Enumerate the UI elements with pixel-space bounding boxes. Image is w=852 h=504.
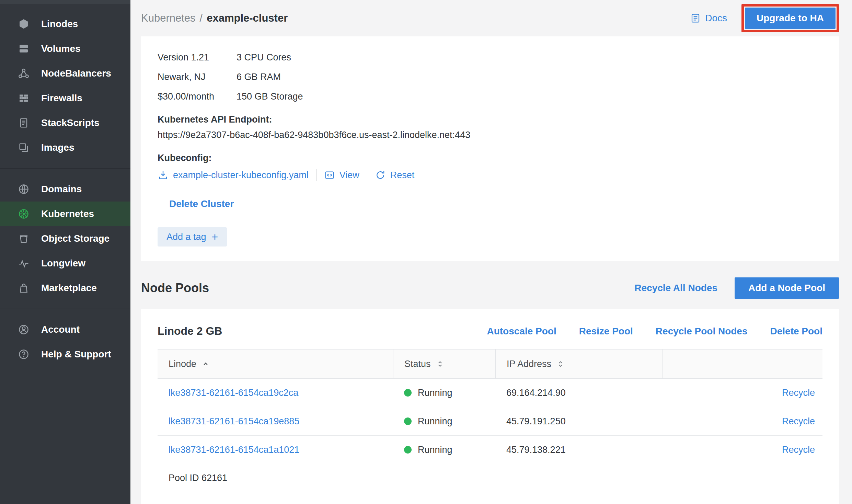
recycle-node-link[interactable]: Recycle <box>662 416 822 427</box>
kubeconfig-filename: example-cluster-kubeconfig.yaml <box>173 170 309 181</box>
upgrade-to-ha-button[interactable]: Upgrade to HA <box>745 8 836 29</box>
docs-link[interactable]: Docs <box>690 13 727 24</box>
cube-icon <box>17 18 30 30</box>
nodes-table: Linode Status IP Address <box>158 349 822 492</box>
sidebar-item-label: Help & Support <box>41 349 111 360</box>
sidebar-item-firewalls[interactable]: Firewalls <box>0 86 130 111</box>
sidebar-item-label: Longview <box>41 258 85 269</box>
resize-pool-link[interactable]: Resize Pool <box>579 326 633 337</box>
sidebar-item-label: Account <box>41 324 80 335</box>
recycle-node-link[interactable]: Recycle <box>662 445 822 455</box>
kubeconfig-view-button[interactable]: View <box>324 170 359 181</box>
kubeconfig-download-link[interactable]: example-cluster-kubeconfig.yaml <box>158 170 309 181</box>
pool-id-footer: Pool ID 62161 <box>158 464 822 492</box>
status-label: Running <box>418 388 452 398</box>
column-label: Linode <box>169 359 196 369</box>
sidebar-item-label: Volumes <box>41 43 81 54</box>
node-link[interactable]: lke38731-62161-6154ca19e885 <box>158 416 393 427</box>
api-endpoint-block: Kubernetes API Endpoint: https://9e2a730… <box>158 114 822 140</box>
sidebar-divider <box>0 309 130 309</box>
add-tag-label: Add a tag <box>166 232 206 242</box>
table-row: lke38731-62161-6154ca1a1021 Running 45.7… <box>158 436 822 464</box>
node-link[interactable]: lke38731-62161-6154ca1a1021 <box>158 445 393 455</box>
cluster-ram: 6 GB RAM <box>237 72 303 82</box>
stackscript-icon <box>17 117 30 129</box>
add-node-pool-button[interactable]: Add a Node Pool <box>735 277 839 299</box>
column-label: Status <box>404 359 431 369</box>
sidebar-nav: Linodes Volumes NodeBalancers Firewalls <box>0 12 130 367</box>
sidebar-item-help-support[interactable]: Help & Support <box>0 342 130 367</box>
node-status-cell: Running <box>393 445 495 455</box>
sidebar-item-kubernetes[interactable]: Kubernetes <box>0 202 130 226</box>
sidebar-item-label: NodeBalancers <box>41 68 111 79</box>
sidebar: Linodes Volumes NodeBalancers Firewalls <box>0 0 130 504</box>
view-label: View <box>339 170 359 181</box>
kubernetes-wheel-icon <box>17 208 30 220</box>
autoscale-pool-link[interactable]: Autoscale Pool <box>487 326 556 337</box>
sidebar-item-object-storage[interactable]: Object Storage <box>0 226 130 251</box>
sidebar-item-label: Linodes <box>41 19 78 30</box>
add-tag-button[interactable]: Add a tag + <box>158 227 227 247</box>
delete-cluster-button[interactable]: Delete Cluster <box>169 198 234 209</box>
sidebar-item-linodes[interactable]: Linodes <box>0 12 130 36</box>
nodes-table-header: Linode Status IP Address <box>158 349 822 379</box>
bucket-icon <box>17 232 30 245</box>
sidebar-item-label: Kubernetes <box>41 208 94 219</box>
firewall-icon <box>17 92 30 104</box>
docs-icon <box>690 13 701 24</box>
column-header-status[interactable]: Status <box>393 350 495 378</box>
sidebar-item-nodebalancers[interactable]: NodeBalancers <box>0 61 130 86</box>
pool-action-links: Autoscale Pool Resize Pool Recycle Pool … <box>487 326 822 337</box>
recycle-pool-nodes-link[interactable]: Recycle Pool Nodes <box>656 326 748 337</box>
sidebar-item-domains[interactable]: Domains <box>0 177 130 202</box>
recycle-node-link[interactable]: Recycle <box>662 388 822 398</box>
status-label: Running <box>418 416 452 427</box>
sidebar-item-label: Marketplace <box>41 283 97 294</box>
api-endpoint-value: https://9e2a7307-b6ac-408f-ba62-9483b0b3… <box>158 130 822 140</box>
sort-both-icon <box>436 359 445 368</box>
node-ip: 69.164.214.90 <box>495 388 662 398</box>
column-header-ip[interactable]: IP Address <box>495 350 662 378</box>
column-header-linode[interactable]: Linode <box>158 350 393 378</box>
node-ip: 45.79.191.250 <box>495 416 662 427</box>
sidebar-item-label: Object Storage <box>41 233 110 244</box>
status-label: Running <box>418 445 452 455</box>
sidebar-item-images[interactable]: Images <box>0 135 130 160</box>
sidebar-item-longview[interactable]: Longview <box>0 251 130 276</box>
refresh-icon <box>375 170 386 181</box>
node-ip: 45.79.138.221 <box>495 445 662 455</box>
recycle-all-nodes-link[interactable]: Recycle All Nodes <box>634 283 717 294</box>
plus-icon: + <box>212 231 218 242</box>
sidebar-item-account[interactable]: Account <box>0 317 130 342</box>
node-link[interactable]: lke38731-62161-6154ca19c2ca <box>158 388 393 398</box>
main-content: Kubernetes / example-cluster Docs Upgrad… <box>130 0 852 504</box>
globe-icon <box>17 183 30 195</box>
sidebar-item-volumes[interactable]: Volumes <box>0 36 130 61</box>
node-status-cell: Running <box>393 416 495 427</box>
code-view-icon <box>324 170 335 181</box>
table-row: lke38731-62161-6154ca19c2ca Running 69.1… <box>158 379 822 407</box>
cluster-cpu: 3 CPU Cores <box>237 52 303 63</box>
sidebar-top-strip <box>0 0 130 4</box>
delete-pool-link[interactable]: Delete Pool <box>770 326 822 337</box>
separator <box>367 169 367 181</box>
node-pools-header: Node Pools Recycle All Nodes Add a Node … <box>141 277 839 299</box>
node-status-cell: Running <box>393 388 495 398</box>
sidebar-item-marketplace[interactable]: Marketplace <box>0 276 130 300</box>
node-pools-title: Node Pools <box>141 281 209 295</box>
status-running-dot <box>404 417 412 425</box>
page-header: Kubernetes / example-cluster Docs Upgrad… <box>141 0 839 36</box>
node-pools-actions: Recycle All Nodes Add a Node Pool <box>634 277 839 299</box>
table-row: lke38731-62161-6154ca19e885 Running 45.7… <box>158 407 822 436</box>
pulse-icon <box>17 257 30 270</box>
breadcrumb-current-cluster: example-cluster <box>207 12 288 24</box>
kubeconfig-reset-button[interactable]: Reset <box>375 170 415 181</box>
status-running-dot <box>404 446 412 454</box>
cluster-summary-card: Version 1.21 Newark, NJ $30.00/month 3 C… <box>141 36 839 261</box>
breadcrumb-kubernetes-link[interactable]: Kubernetes <box>141 12 196 24</box>
kubeconfig-label: Kubeconfig: <box>158 153 822 163</box>
pool-title: Linode 2 GB <box>158 325 222 337</box>
app-root: Linodes Volumes NodeBalancers Firewalls <box>0 0 852 504</box>
sidebar-item-stackscripts[interactable]: StackScripts <box>0 111 130 135</box>
sort-ascending-icon <box>201 359 210 368</box>
